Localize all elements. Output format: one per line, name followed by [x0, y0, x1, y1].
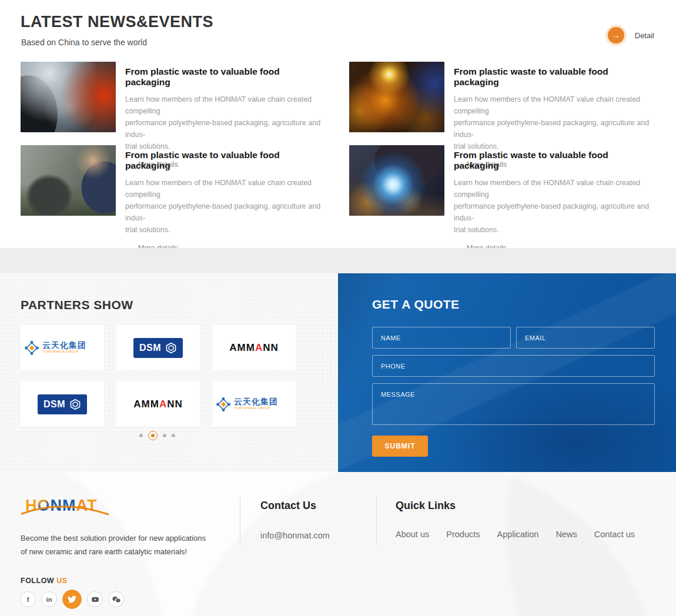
partners-section: PARTNERS SHOW 云天化集团 — [0, 273, 338, 472]
dsm-logo: DSM — [133, 338, 183, 358]
twitter-icon[interactable] — [62, 590, 82, 609]
partner-card-yuntianhua[interactable]: 云天化集团 YUNTIANHUA GROUP — [212, 381, 296, 427]
news-card-description: Learn how members of the HONMAT value ch… — [454, 177, 655, 236]
footer-divider — [240, 497, 240, 545]
facebook-icon[interactable]: f — [20, 591, 36, 607]
ammann-logo: AMMANN — [133, 399, 182, 410]
news-card-description: Learn how members of the HONMAT value ch… — [454, 93, 655, 152]
ammann-logo-red: A — [159, 399, 167, 410]
ammann-logo-black1: AMM — [229, 342, 255, 353]
mid-section: PARTNERS SHOW 云天化集团 — [0, 273, 676, 472]
news-card[interactable]: From plastic waste to valuable food pack… — [349, 145, 655, 216]
yuntianhua-logo-en: YUNTIANHUA GROUP — [42, 350, 78, 353]
news-grid: From plastic waste to valuable food pack… — [21, 62, 655, 216]
detail-button-halo: → — [605, 25, 627, 46]
social-icons-row: f in — [20, 590, 124, 609]
carousel-dot[interactable] — [163, 434, 166, 437]
yuntianhua-logo: 云天化集团 YUNTIANHUA GROUP — [216, 397, 292, 412]
carousel-dots — [0, 431, 314, 440]
email-input[interactable] — [516, 327, 655, 349]
quote-title: GET A QUOTE — [372, 297, 655, 312]
yuntianhua-logo-icon — [216, 397, 231, 412]
quote-form: GET A QUOTE SUBMIT — [372, 273, 655, 457]
phone-input[interactable] — [372, 355, 655, 377]
honmat-logo[interactable]: HONMAT — [21, 496, 109, 519]
detail-button-label: Detail — [635, 31, 654, 40]
partner-card-yuntianhua[interactable]: 云天化集团 YUNTIANHUA GROUP — [21, 325, 104, 370]
news-card[interactable]: From plastic waste to valuable food pack… — [21, 62, 327, 132]
news-card-body: From plastic waste to valuable food pack… — [454, 145, 655, 216]
yuntianhua-logo: 云天化集团 YUNTIANHUA GROUP — [24, 340, 101, 356]
wechat-icon[interactable] — [108, 591, 124, 607]
contact-column: Contact Us info@honmat.com — [260, 500, 330, 540]
footer: HONMAT Become the best solution provider… — [0, 472, 676, 616]
carousel-dot[interactable] — [172, 434, 175, 437]
news-card[interactable]: From plastic waste to valuable food pack… — [349, 62, 655, 132]
yuntianhua-logo-cn: 云天化集团 — [42, 341, 101, 349]
ammann-logo-black2: NN — [263, 342, 279, 353]
footer-divider — [376, 497, 377, 545]
quick-links-heading: Quick Links — [396, 500, 635, 512]
link-contact-us[interactable]: Contact us — [594, 530, 635, 539]
follow-word: FOLLOW — [21, 577, 54, 585]
partner-card-ammann[interactable]: AMMANN — [116, 381, 200, 427]
news-card-title: From plastic waste to valuable food pack… — [454, 150, 655, 171]
yuntianhua-logo-en: YUNTIANHUA GROUP — [234, 407, 270, 410]
follow-us-label: FOLLOW US — [21, 577, 68, 585]
partner-card-dsm[interactable]: DSM — [116, 325, 200, 370]
linkedin-icon[interactable]: in — [41, 591, 57, 607]
us-word: US — [56, 577, 67, 585]
news-card-body: From plastic waste to valuable food pack… — [454, 62, 655, 132]
dsm-logo-text: DSM — [43, 399, 65, 410]
detail-button[interactable]: → Detail — [605, 25, 654, 46]
quote-row — [372, 327, 655, 349]
news-card-description: Learn how members of the HONMAT value ch… — [125, 177, 327, 236]
news-card-body: From plastic waste to valuable food pack… — [125, 145, 327, 216]
quick-links-column: Quick Links About us Products Applicatio… — [396, 500, 635, 539]
section-divider-band — [0, 248, 676, 273]
honmat-logo-swoosh-icon — [21, 496, 110, 520]
arrow-right-icon[interactable]: → — [608, 27, 624, 43]
news-card-title: From plastic waste to valuable food pack… — [125, 66, 327, 88]
link-application[interactable]: Application — [497, 530, 538, 539]
message-textarea[interactable] — [372, 383, 655, 425]
ammann-logo-black1: AMM — [133, 399, 159, 410]
yuntianhua-logo-icon — [24, 340, 39, 356]
news-section: LATEST NEWS&EVENTS Based on China to ser… — [0, 0, 676, 248]
contact-heading: Contact Us — [260, 500, 330, 512]
welding-sparks-photo — [349, 145, 444, 216]
submit-button[interactable]: SUBMIT — [372, 436, 428, 457]
quick-links-row: About us Products Application News Conta… — [396, 530, 635, 539]
dsm-hexagon-icon — [69, 399, 81, 410]
news-card-description: Learn how members of the HONMAT value ch… — [125, 93, 327, 152]
link-products[interactable]: Products — [446, 530, 480, 539]
yuntianhua-logo-cn: 云天化集团 — [234, 397, 292, 406]
ammann-logo: AMMANN — [229, 342, 278, 354]
machinist-lathe-photo — [21, 145, 116, 216]
partner-card-ammann[interactable]: AMMANN — [212, 325, 296, 370]
news-card-title: From plastic waste to valuable food pack… — [125, 150, 327, 171]
carousel-dot-active[interactable] — [148, 431, 158, 440]
news-card[interactable]: From plastic waste to valuable food pack… — [21, 145, 327, 216]
dsm-logo: DSM — [38, 394, 87, 414]
carousel-dot[interactable] — [139, 434, 143, 437]
ammann-logo-black2: NN — [167, 399, 183, 410]
partner-card-dsm[interactable]: DSM — [21, 381, 104, 427]
news-card-title: From plastic waste to valuable food pack… — [454, 66, 655, 88]
dsm-logo-text: DSM — [139, 343, 161, 353]
news-card-body: From plastic waste to valuable food pack… — [125, 62, 327, 132]
dsm-hexagon-icon — [165, 342, 177, 354]
footer-tagline: Become the best solution provider for ne… — [21, 532, 206, 559]
name-input[interactable] — [372, 327, 511, 349]
contact-email[interactable]: info@honmat.com — [260, 531, 330, 540]
youtube-icon[interactable] — [87, 591, 103, 607]
link-news[interactable]: News — [555, 530, 577, 539]
section-title: LATEST NEWS&EVENTS — [21, 13, 213, 31]
section-subtitle: Based on China to serve the world — [21, 38, 147, 47]
quote-panel: GET A QUOTE SUBMIT — [338, 273, 676, 472]
link-about-us[interactable]: About us — [396, 530, 429, 539]
partners-grid: 云天化集团 YUNTIANHUA GROUP DSM AMMANN — [21, 325, 296, 427]
partners-title: PARTNERS SHOW — [21, 298, 133, 312]
ammann-logo-red: A — [255, 342, 263, 353]
tire-smoke-photo — [21, 62, 116, 132]
